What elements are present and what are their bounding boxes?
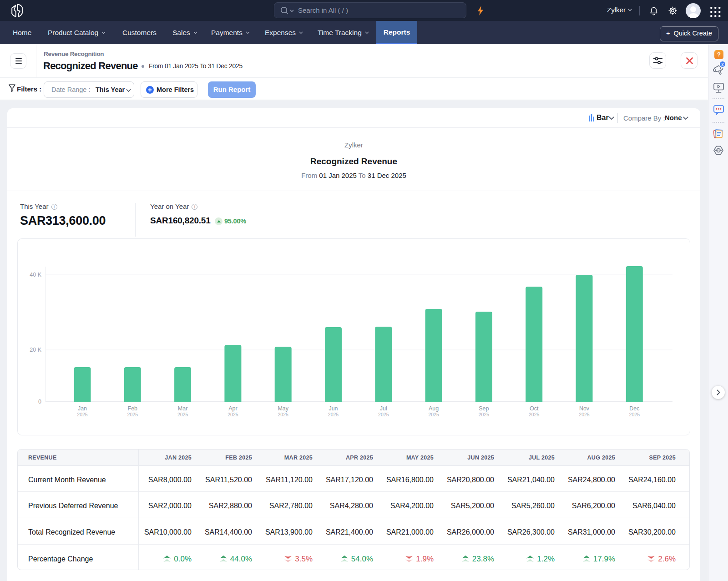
svg-text:2025: 2025 <box>228 412 238 417</box>
svg-text:0: 0 <box>38 399 41 405</box>
svg-text:Jun: Jun <box>329 405 338 412</box>
svg-text:Nov: Nov <box>579 405 590 412</box>
svg-text:2025: 2025 <box>579 412 590 417</box>
svg-text:2025: 2025 <box>529 412 540 417</box>
svg-text:2025: 2025 <box>278 412 289 417</box>
svg-text:May: May <box>278 405 288 412</box>
svg-text:Apr: Apr <box>228 405 237 412</box>
svg-text:2025: 2025 <box>77 412 88 417</box>
svg-text:Mar: Mar <box>178 405 188 412</box>
svg-text:20 K: 20 K <box>30 347 41 353</box>
svg-text:Aug: Aug <box>429 405 439 412</box>
svg-text:Jan: Jan <box>78 405 87 412</box>
svg-text:Feb: Feb <box>128 405 138 412</box>
svg-text:2025: 2025 <box>127 412 138 417</box>
svg-text:2025: 2025 <box>177 412 188 417</box>
svg-text:Oct: Oct <box>530 405 539 412</box>
svg-text:Dec: Dec <box>629 405 639 412</box>
svg-text:40 K: 40 K <box>30 272 41 278</box>
svg-text:2025: 2025 <box>428 412 439 417</box>
svg-text:2025: 2025 <box>378 412 389 417</box>
svg-text:2025: 2025 <box>328 412 339 417</box>
svg-text:Sep: Sep <box>479 405 489 412</box>
svg-text:2025: 2025 <box>479 412 490 417</box>
svg-text:Jul: Jul <box>380 405 387 412</box>
svg-text:2025: 2025 <box>629 412 640 417</box>
